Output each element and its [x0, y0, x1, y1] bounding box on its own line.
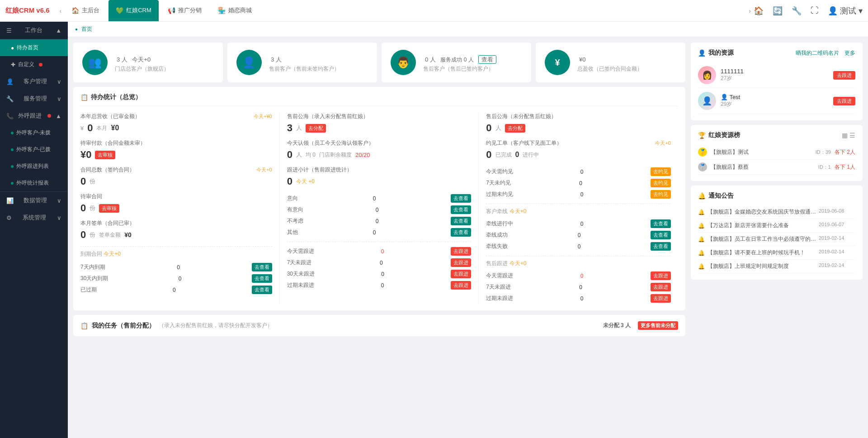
tab-marketing[interactable]: 📢 推广分销: [160, 0, 209, 21]
resource-follow-btn-0[interactable]: 去跟进: [833, 71, 855, 80]
sidebar-system-header[interactable]: ⚙ 系统管理 ∨: [0, 209, 68, 226]
audit-contract-btn[interactable]: 去审核: [99, 204, 119, 213]
intention-0-row: 意向 0 去查看: [287, 193, 472, 204]
today-claim-item: 今天认领（员工今天公海认领客户） 0 人 均 0 门店剩余额度 20/20: [287, 139, 472, 161]
intention-1-row: 有意向 0 去查看: [287, 204, 472, 215]
line-fail-btn[interactable]: 去查看: [651, 242, 671, 251]
intention-2-btn[interactable]: 去查看: [451, 217, 471, 225]
tab-crm-icon: 💚: [116, 7, 123, 14]
appt-7-btn[interactable]: 去约见: [651, 179, 671, 187]
my-resources-more[interactable]: 更多: [844, 49, 855, 57]
sidebar-item-call-list[interactable]: 外呼跟进列表: [0, 158, 68, 175]
check-service-btn[interactable]: 查看: [478, 55, 496, 64]
appt-expired-btn[interactable]: 去约见: [651, 190, 671, 199]
intention-1-btn[interactable]: 去查看: [451, 205, 471, 214]
rank-score-1: 各下 1人: [835, 163, 855, 171]
dashboard: 👥 3人 今天+0 门店总客户（旗舰店） 👤: [68, 37, 868, 438]
follow-7-btn[interactable]: 去跟进: [451, 258, 471, 267]
tab-main[interactable]: 🏠 主后台: [64, 0, 107, 21]
user-avatar: 👤: [828, 6, 838, 15]
appointment-values: 0 已完成 0 进行中: [486, 149, 671, 161]
sidebar-call-called-dot: [11, 148, 14, 151]
follow-7-row: 7天未跟进 0 去跟进: [287, 257, 472, 268]
settings-icon[interactable]: 🔧: [792, 6, 802, 16]
user-dropdown-icon: ▾: [859, 6, 863, 15]
sidebar-item-custom[interactable]: ✚ 自定义: [0, 56, 68, 73]
sidebar-data-header[interactable]: 📊 数据管理 ∨: [0, 192, 68, 209]
sidebar-workbench-icon: ☰: [6, 27, 12, 34]
audit-payment-btn[interactable]: 去审核: [95, 151, 115, 159]
ranking-grid-icon[interactable]: ▦: [842, 132, 848, 139]
notices-title-row: 🔔 通知公告: [698, 192, 855, 200]
notice-date-4: 2019-02-14: [819, 262, 844, 268]
notice-text-1[interactable]: 【万达店】新店开张需要什么准备: [708, 222, 816, 229]
notices-title: 🔔 通知公告: [698, 192, 734, 200]
stat-info-revenue: ¥0 总盈收（已签约合同金额）: [577, 52, 642, 73]
sidebar-call-list-dot: [11, 165, 14, 168]
today-aftersale-row: 今天需跟进 0 去跟进: [486, 270, 671, 281]
sidebar-item-call-uncalled[interactable]: 外呼客户-未拨: [0, 124, 68, 141]
tab-crm[interactable]: 💚 红娘CRM: [108, 0, 159, 21]
tab-mall-icon: 🏪: [218, 7, 226, 14]
aftersale-expired-btn[interactable]: 去跟进: [651, 294, 671, 303]
expire-7-btn[interactable]: 去查看: [252, 263, 272, 271]
line-success-btn[interactable]: 去查看: [651, 231, 671, 239]
aftersale-7-btn[interactable]: 去跟进: [651, 283, 671, 291]
tab-scroll-left[interactable]: ‹: [57, 7, 65, 14]
notice-item-4: 🔔 【旗舰店】上班规定时间规定制度 2019-02-14: [698, 260, 855, 273]
sidebar-service-icon: 🔧: [6, 95, 14, 102]
my-qrcode-link[interactable]: 晒我的二维码名片: [796, 49, 839, 57]
follow-expired-btn[interactable]: 去跟进: [451, 281, 471, 290]
assign-presale-btn[interactable]: 去分配: [306, 124, 326, 133]
notice-bell-1: 🔔: [698, 223, 705, 229]
ranking-list-icon[interactable]: ☰: [849, 132, 855, 139]
intention-3-btn[interactable]: 去查看: [451, 228, 471, 237]
sidebar-service-header[interactable]: 🔧 服务管理 ∨: [0, 90, 68, 107]
today-follow-btn[interactable]: 去跟进: [451, 247, 471, 256]
resource-follow-btn-1[interactable]: 去跟进: [833, 97, 855, 105]
dashboard-right: 👤 我的资源 晒我的二维码名片 更多 👩 1111111 27岁: [691, 43, 863, 433]
follow-30-btn[interactable]: 去跟进: [451, 270, 471, 278]
fullscreen-icon[interactable]: ⛶: [811, 6, 819, 15]
sidebar-call-header[interactable]: 📞 外呼跟进 ▲: [0, 107, 68, 124]
sidebar-item-call-called[interactable]: 外呼客户-已拨: [0, 141, 68, 158]
expire-30-btn[interactable]: 去查看: [252, 274, 272, 283]
tab-scroll-right[interactable]: ›: [746, 7, 754, 14]
stat-card-presales: 👤 3人 售前客户（售前未签约客户）: [227, 43, 377, 82]
sidebar-workbench-collapse[interactable]: ▲: [56, 27, 61, 34]
more-presale-btn[interactable]: 更多售前未分配: [638, 321, 678, 330]
monthly-signed-label: 本月签单（合同已审）: [80, 219, 272, 227]
dashboard-main: 👥 3人 今天+0 门店总客户（旗舰店） 👤: [73, 43, 685, 433]
sidebar-item-call-stats[interactable]: 外呼统计报表: [0, 175, 68, 191]
line-progress-btn[interactable]: 去查看: [651, 219, 671, 228]
follow-divider: [287, 242, 472, 242]
notice-text-2[interactable]: 【旗舰店】员工在日常工作当中必须遵守的行为...: [708, 235, 816, 243]
home-icon[interactable]: 🏠: [754, 6, 764, 16]
sidebar-workbench-header[interactable]: ☰ 工作台 ▲: [0, 22, 68, 39]
top-tabs: 🏠 主后台 💚 红娘CRM 📢 推广分销 🏪 婚恋商城: [64, 0, 259, 21]
notice-text-4[interactable]: 【旗舰店】上班规定时间规定制度: [708, 262, 816, 270]
user-menu[interactable]: 👤 测试 ▾: [828, 5, 863, 16]
sidebar-customers-collapse: ∨: [57, 78, 61, 85]
expired-btn[interactable]: 去查看: [252, 286, 272, 294]
pending-contract-item: 待审合同 0 份 去审核: [80, 193, 272, 214]
sidebar-system-icon: ⚙: [6, 214, 12, 221]
intention-0-btn[interactable]: 去查看: [451, 194, 471, 203]
sidebar-item-home[interactable]: ● 待办首页: [0, 39, 68, 56]
today-claim-values: 0 人 均 0 门店剩余额度 20/20: [287, 149, 472, 161]
today-appt-btn[interactable]: 去约见: [651, 167, 671, 176]
stat-value-presales: 3人: [269, 52, 340, 64]
stats-row: 👥 3人 今天+0 门店总客户（旗舰店） 👤: [73, 43, 685, 82]
assign-aftersale-btn[interactable]: 去分配: [505, 124, 525, 133]
refresh-icon[interactable]: 🔄: [773, 6, 783, 16]
my-task-section: 📋 我的任务（售前分配） （录入未分配售前红娘，请尽快分配开发客户） 未分配 3…: [73, 315, 685, 336]
today-aftersale-btn[interactable]: 去跟进: [651, 271, 671, 280]
notice-text-0[interactable]: 【旗舰店】金媒婚恋交友系统国庆节放假通知！: [708, 208, 816, 216]
notice-bell-2: 🔔: [698, 236, 705, 243]
my-resources-title: 👤 我的资源: [698, 49, 734, 57]
sidebar-workbench-section: ☰ 工作台 ▲: [0, 22, 68, 39]
tab-mall[interactable]: 🏪 婚恋商城: [211, 0, 259, 21]
sidebar-customers-header[interactable]: 👤 客户管理 ∨: [0, 73, 68, 90]
total-contracts-label: 合同总数（签约合同） 今天+0: [80, 166, 272, 174]
notice-text-3[interactable]: 【旗舰店】请不要在上班的时候玩手机！: [708, 249, 816, 257]
